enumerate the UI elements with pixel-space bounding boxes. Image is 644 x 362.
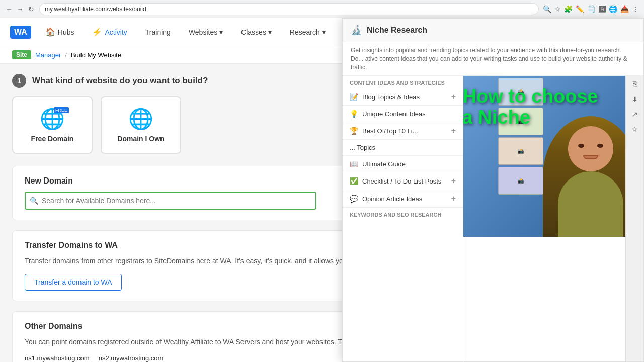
refresh-button[interactable]: ↻	[27, 5, 35, 13]
nav-research[interactable]: Research ▾	[286, 26, 330, 38]
step1-number: 1	[12, 74, 26, 88]
own-globe-icon: 🌐	[128, 107, 153, 131]
opinion-icon: 💬	[350, 195, 358, 203]
niche-panel-icon: 🔬	[351, 25, 362, 36]
transfer-button[interactable]: Transfer a domain to WA	[25, 274, 122, 291]
opinion-plus: +	[451, 194, 456, 203]
bestof-icon: 🏆	[350, 127, 358, 135]
websites-label: Websites ▾	[189, 28, 223, 36]
panel-item-unique-content[interactable]: 💡 Unique Content Ideas	[343, 106, 463, 122]
video-area: How to choose a Niche	[463, 76, 643, 237]
star-icon: ☆	[554, 5, 561, 13]
ns1-text: ns1.mywahosting.com	[25, 354, 90, 362]
free-domain-label: Free Domain	[31, 135, 74, 143]
niche-line2: a Niche	[463, 107, 599, 128]
nav-hubs[interactable]: 🏠 Hubs	[41, 25, 78, 39]
manager-link[interactable]: Manager	[35, 51, 61, 59]
back-button[interactable]: ←	[5, 5, 13, 13]
panel-item-checklist[interactable]: ✅ Checklist / To Do List Posts +	[343, 172, 463, 190]
site-badge: Site	[12, 50, 31, 59]
bestof-label: Best Of/Top 10 Li...	[362, 127, 418, 135]
person-head	[568, 126, 613, 171]
person-shirt	[558, 171, 623, 237]
search-icon: 🔍	[30, 197, 38, 205]
share-icon[interactable]: ↗	[632, 110, 638, 118]
blog-topics-plus: +	[451, 92, 456, 101]
panel-content: Content Ideas and Strategies 📝 Blog Topi…	[343, 76, 643, 361]
nav-websites[interactable]: Websites ▾	[185, 26, 227, 38]
panel-item-opinion[interactable]: 💬 Opinion Article Ideas +	[343, 190, 463, 208]
panel-left: Content Ideas and Strategies 📝 Blog Topi…	[343, 76, 463, 361]
eye-left	[578, 144, 584, 148]
hubs-label: Hubs	[58, 28, 74, 36]
ext3-icon: 🗒️	[587, 5, 596, 13]
browser-icons: 🔍 ☆ 🧩 ✏️ 🗒️ 🅰 🌐 📥 ⋮	[543, 5, 639, 13]
activity-label: Activity	[105, 28, 127, 36]
ns2-text: ns2.mywahosting.com	[99, 354, 164, 362]
nav-training[interactable]: Training	[141, 26, 175, 38]
keywords-header: Keywords and SEO Research	[343, 208, 463, 220]
nav-activity[interactable]: ⚡ Activity	[88, 25, 131, 39]
panel-header: 🔬 Niche Research	[343, 19, 643, 42]
ext6-icon: 📥	[620, 5, 629, 13]
own-domain-label: Domain I Own	[117, 135, 164, 143]
hubs-icon: 🏠	[45, 27, 55, 37]
mouth	[583, 155, 598, 159]
checklist-plus: +	[451, 176, 456, 186]
panel-item-bestof[interactable]: 🏆 Best Of/Top 10 Li... +	[343, 122, 463, 140]
unique-content-icon: 💡	[350, 110, 358, 118]
url-text: my.wealthyaffiliate.com/websites/build	[45, 6, 146, 13]
niche-panel-title: Niche Research	[367, 26, 427, 35]
browser-bar: ← → ↻ my.wealthyaffiliate.com/websites/b…	[0, 0, 644, 18]
ext4-icon: 🅰	[599, 5, 606, 13]
panel-item-topics[interactable]: ... Topics	[343, 140, 463, 156]
thumb-3: 📸	[498, 137, 543, 165]
ext5-icon: 🌐	[609, 5, 617, 13]
unique-content-label: Unique Content Ideas	[362, 110, 426, 118]
browser-controls[interactable]: ← → ↻	[5, 5, 35, 13]
checklist-icon: ✅	[350, 177, 358, 185]
blog-topics-icon: 📝	[350, 93, 358, 101]
niche-text-overlay: How to choose a Niche	[463, 86, 598, 128]
free-domain-card[interactable]: 🌐 FREE Free Domain	[12, 96, 93, 154]
breadcrumb-separator: /	[65, 51, 67, 59]
research-label: Research ▾	[290, 28, 326, 36]
panel-item-ultimate-guide[interactable]: 📖 Ultimate Guide	[343, 156, 463, 172]
star2-icon[interactable]: ☆	[631, 125, 638, 133]
opinion-label: Opinion Article Ideas	[362, 195, 422, 203]
own-domain-card[interactable]: 🌐 Domain I Own	[101, 96, 181, 154]
copy-icon[interactable]: ⎘	[633, 80, 637, 88]
topics-label: ... Topics	[350, 144, 375, 151]
menu-icon[interactable]: ⋮	[632, 5, 639, 13]
panel-side-icons: ⎘ ⬇ ↗ ☆	[625, 76, 643, 361]
domain-search-input[interactable]	[25, 192, 316, 210]
thumb-4: 📸	[498, 167, 543, 195]
ultimate-guide-icon: 📖	[350, 160, 358, 168]
wa-logo: WA	[10, 26, 31, 39]
ultimate-guide-label: Ultimate Guide	[362, 160, 406, 168]
address-bar[interactable]: my.wealthyaffiliate.com/websites/build	[39, 3, 539, 15]
panel-description: Get insights into popular and trending t…	[343, 42, 643, 76]
bestof-plus: +	[451, 126, 456, 135]
step1-title: What kind of website do you want to buil…	[32, 76, 208, 86]
activity-icon: ⚡	[92, 27, 102, 37]
panel-item-blog-topics[interactable]: 📝 Blog Topics & Ideas +	[343, 88, 463, 106]
breadcrumb-current: Build My Website	[71, 51, 121, 59]
nav-classes[interactable]: Classes ▾	[237, 26, 276, 38]
ext2-icon: ✏️	[576, 5, 584, 13]
free-globe-icon: 🌐 FREE	[40, 107, 65, 131]
person-video	[543, 116, 638, 237]
checklist-label: Checklist / To Do List Posts	[362, 177, 441, 185]
eye-right	[597, 144, 603, 148]
niche-line1: How to choose	[463, 86, 598, 107]
panel-right: Guide To Choosing Glass Coffee Tabl... D…	[463, 76, 643, 361]
blog-topics-label: Blog Topics & Ideas	[362, 93, 420, 101]
training-label: Training	[145, 28, 171, 36]
niche-research-panel: 🔬 Niche Research Get insights into popul…	[342, 18, 644, 362]
download-icon[interactable]: ⬇	[632, 95, 638, 103]
content-ideas-header: Content Ideas and Strategies	[343, 76, 463, 88]
niche-big-text: How to choose a Niche	[463, 86, 599, 128]
forward-button[interactable]: →	[16, 5, 24, 13]
classes-label: Classes ▾	[241, 28, 272, 36]
ext1-icon: 🧩	[564, 5, 573, 13]
